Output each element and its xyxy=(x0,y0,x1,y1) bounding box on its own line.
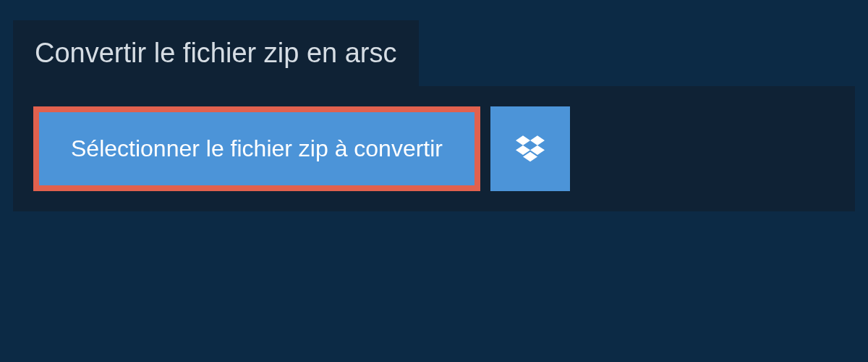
upload-panel: Sélectionner le fichier zip à convertir xyxy=(13,86,855,211)
header-tab: Convertir le fichier zip en arsc xyxy=(13,20,419,86)
dropbox-icon xyxy=(516,133,545,165)
select-file-button[interactable]: Sélectionner le fichier zip à convertir xyxy=(33,106,480,191)
dropbox-button[interactable] xyxy=(490,106,570,191)
page-title: Convertir le fichier zip en arsc xyxy=(35,38,397,69)
select-file-label: Sélectionner le fichier zip à convertir xyxy=(71,135,443,162)
